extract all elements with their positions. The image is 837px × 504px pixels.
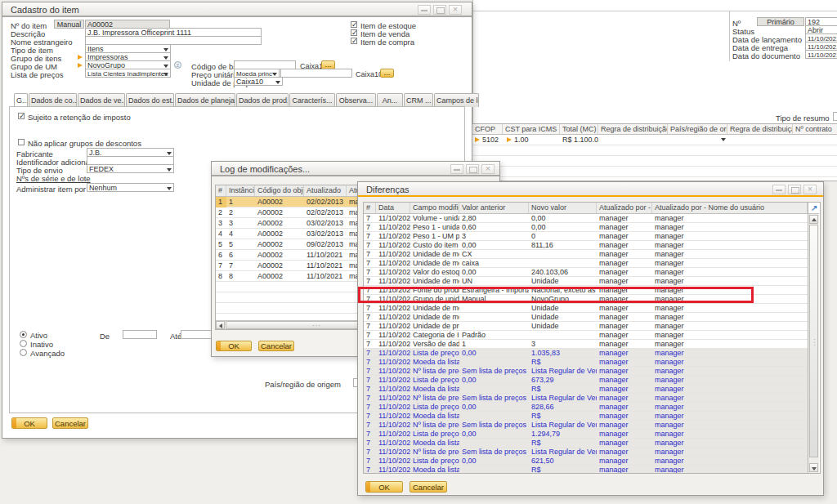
table-row[interactable]: 7 11/10/2021 Moeda da lista de p R$ mana… bbox=[364, 439, 808, 448]
tab[interactable]: Dados de prod... bbox=[236, 93, 289, 107]
tab[interactable]: Dados de planejam... bbox=[175, 93, 235, 107]
close-icon[interactable] bbox=[449, 5, 462, 15]
purchase-item-checkbox[interactable] bbox=[351, 38, 357, 44]
tab[interactable]: G... bbox=[14, 93, 28, 107]
table-row[interactable]: 7 11/10/2021 Custo do item 0,00 811,16 m… bbox=[364, 241, 808, 250]
table-row[interactable]: 7 11/10/2021 Valor do estoque 0,00 240.1… bbox=[364, 268, 808, 277]
link-arrow-icon[interactable] bbox=[475, 137, 480, 142]
link-arrow-icon[interactable] bbox=[78, 63, 83, 68]
grid-header-cell[interactable]: CFOP bbox=[472, 124, 503, 134]
summary-type-value[interactable] bbox=[833, 112, 837, 121]
grid-header-cell[interactable]: Total (MC) bbox=[560, 124, 598, 134]
table-row[interactable]: 7 11/10/2021 Peso 1 - unidade d 0,60 0,0… bbox=[364, 223, 808, 232]
inactive-radio[interactable] bbox=[20, 340, 27, 347]
tab[interactable]: An... bbox=[377, 93, 403, 107]
inventory-item-checkbox[interactable] bbox=[351, 21, 357, 28]
tab[interactable]: CRM ... bbox=[404, 93, 433, 107]
table-row[interactable]: 7 11/10/2021 Moeda da lista de p R$ mana… bbox=[364, 466, 808, 474]
grid-header-cell[interactable]: Novo valor bbox=[529, 203, 597, 213]
no-discount-groups-checkbox[interactable] bbox=[18, 139, 25, 145]
table-row[interactable]: 5102 1.00 R$ 1.100.00 bbox=[472, 135, 837, 145]
grid-header-cell[interactable]: Atualizado por - C... bbox=[597, 203, 652, 213]
vertical-scrollbar[interactable]: ··· bbox=[808, 213, 819, 473]
manage-item-by-select[interactable]: Nenhum bbox=[87, 183, 174, 192]
tab[interactable]: Dados do est... bbox=[126, 93, 174, 107]
table-row[interactable]: 7 11/10/2021 Nº lista de preço b Sem lis… bbox=[364, 367, 808, 376]
uom-values-icon[interactable]: ≡ bbox=[174, 61, 181, 69]
grid-header-cell[interactable]: # bbox=[216, 185, 226, 196]
link-arrow-icon[interactable] bbox=[78, 55, 83, 60]
table-row[interactable]: 7 11/10/2021 Moeda da lista de p R$ mana… bbox=[364, 358, 808, 367]
expand-grid-icon[interactable]: ↗ bbox=[811, 203, 817, 212]
tab[interactable]: Dados de co... bbox=[29, 93, 77, 107]
grid-header-cell[interactable]: Campo modific... bbox=[410, 203, 459, 213]
scroll-down-button[interactable] bbox=[809, 463, 818, 472]
scrollbar-thumb[interactable]: ··· bbox=[809, 225, 818, 457]
tab[interactable]: Campos de localiz... bbox=[434, 93, 479, 107]
advanced-radio[interactable] bbox=[20, 349, 27, 356]
maximize-icon[interactable] bbox=[433, 5, 446, 15]
minimize-icon[interactable] bbox=[772, 185, 786, 194]
maximize-icon[interactable] bbox=[466, 164, 479, 174]
grid-header-cell[interactable]: País/região de origem bbox=[668, 124, 727, 134]
grid-header-cell[interactable]: # bbox=[364, 203, 376, 213]
cancel-button[interactable]: Cancelar bbox=[410, 481, 447, 493]
price-unit-select[interactable]: Caixa10 bbox=[234, 77, 283, 86]
table-row[interactable]: 7 11/10/2021 Unidade de preço Unidade ma… bbox=[364, 322, 808, 331]
grid-header-cell[interactable]: CST para ICMS bbox=[503, 124, 560, 134]
table-row[interactable]: 7 11/10/2021 Nº lista de preço b Sem lis… bbox=[364, 421, 808, 430]
minimize-icon[interactable] bbox=[418, 5, 431, 15]
cancel-button[interactable]: Cancelar bbox=[258, 341, 294, 351]
ok-button[interactable]: OK bbox=[365, 481, 403, 493]
origin-country-cell[interactable] bbox=[668, 135, 727, 145]
window-titlebar[interactable]: Cadastro do item bbox=[2, 2, 472, 17]
scroll-left-button[interactable] bbox=[216, 321, 225, 329]
table-row[interactable]: 7 11/10/2021 Lista de preços 0,00 621,50… bbox=[364, 457, 808, 466]
window-titlebar[interactable]: Diferenças bbox=[358, 182, 823, 197]
table-row[interactable]: 7 11/10/2021 Lista de preços 0,00 1.035,… bbox=[364, 349, 808, 358]
grid-header-cell[interactable]: Regra de distribuição CPV bbox=[727, 124, 793, 134]
sales-item-checkbox[interactable] bbox=[351, 29, 357, 36]
window-titlebar[interactable]: Log de modificações... bbox=[212, 162, 499, 176]
active-radio[interactable] bbox=[20, 331, 27, 338]
table-row[interactable]: 7 11/10/2021 Unidade de medida CX manage… bbox=[364, 250, 808, 259]
table-row[interactable]: 7 11/10/2021 Moeda da lista de p R$ mana… bbox=[364, 385, 808, 394]
table-row[interactable]: 7 11/10/2021 Versão de dados 1 3 manager… bbox=[364, 340, 808, 349]
grid-header-cell[interactable]: Data bbox=[376, 203, 410, 213]
item-no-mode[interactable]: Manual bbox=[54, 20, 84, 29]
ok-button[interactable]: OK bbox=[216, 341, 252, 351]
grid-header-cell[interactable]: Instância bbox=[226, 185, 255, 196]
scroll-up-button[interactable] bbox=[809, 215, 818, 224]
to-date-input[interactable] bbox=[181, 330, 213, 339]
table-row[interactable]: 7 11/10/2021 Lista de preços 0,00 673,29… bbox=[364, 376, 808, 385]
price-list-select[interactable]: Lista Cientes Inadimplentes bbox=[85, 69, 171, 78]
grid-header-cell[interactable]: Atualizado por - Nome do usuário bbox=[652, 203, 808, 213]
maximize-icon[interactable] bbox=[788, 185, 801, 194]
table-row[interactable]: 7 11/10/2021 Unidade de medida Unidade m… bbox=[364, 304, 808, 313]
minimize-icon[interactable] bbox=[450, 164, 463, 174]
table-row[interactable]: 7 11/10/2021 Nº lista de preço b Sem lis… bbox=[364, 394, 808, 403]
shipping-type-select[interactable]: FEDEX bbox=[87, 164, 174, 173]
table-row[interactable]: 7 11/10/2021 Nº lista de preço b Sem lis… bbox=[364, 448, 808, 457]
table-row[interactable]: 7 11/10/2021 Categoria de IBS Padrão man… bbox=[364, 331, 808, 340]
close-icon[interactable] bbox=[803, 185, 817, 194]
doc-number-mode[interactable]: Primário bbox=[757, 17, 804, 26]
table-row[interactable]: 7 11/10/2021 Unidade de medida Unidade m… bbox=[364, 313, 808, 322]
table-row[interactable]: 7 11/10/2021 Unidade de medida UN Unidad… bbox=[364, 277, 808, 286]
grid-header-cell[interactable]: Código do objeto bbox=[255, 185, 304, 196]
ok-button[interactable]: OK bbox=[11, 417, 47, 429]
from-date-input[interactable] bbox=[123, 330, 157, 339]
tab[interactable]: Observa... bbox=[336, 93, 376, 107]
grid-header-cell[interactable]: Valor anterior bbox=[459, 203, 529, 213]
unit-price-browse-button[interactable]: ... bbox=[380, 69, 394, 78]
table-row[interactable]: 7 11/10/2021 Unidade de medida caixa man… bbox=[364, 259, 808, 268]
cancel-button[interactable]: Cancelar bbox=[52, 417, 88, 429]
document-date-value[interactable]: 11/10/2021 bbox=[805, 50, 837, 59]
grid-header-cell[interactable]: Nº contrato bbox=[793, 124, 837, 134]
link-arrow-icon[interactable] bbox=[507, 137, 512, 142]
tab[interactable]: Dados de ve... bbox=[78, 93, 125, 107]
grid-header-cell[interactable]: Atualizado bbox=[304, 185, 347, 196]
table-row[interactable]: 7 11/10/2021 Lista de preços 0,00 1.294,… bbox=[364, 430, 808, 439]
tab[interactable]: Caracterís... bbox=[289, 93, 335, 107]
table-row[interactable]: 7 11/10/2021 Peso 1 - UM para c 3 0 mana… bbox=[364, 232, 808, 241]
